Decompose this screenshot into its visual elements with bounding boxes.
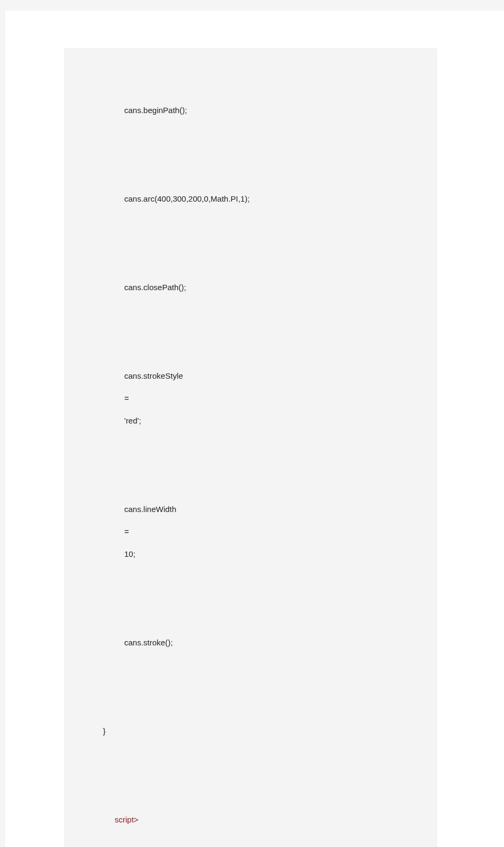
code-text: 10; — [124, 549, 135, 558]
code-line: cans.beginPath(); — [80, 93, 421, 127]
code-text: } — [103, 726, 106, 736]
code-text: = — [124, 527, 129, 536]
code-text: = — [124, 394, 129, 403]
code-text — [124, 538, 129, 547]
code-text: 'red'; — [124, 416, 141, 425]
code-line: } — [80, 714, 421, 748]
code-tag: script> — [115, 815, 139, 824]
code-line: cans.closePath(); — [80, 270, 421, 304]
code-text — [124, 382, 129, 391]
code-line: cans.stroke(); — [80, 626, 421, 659]
code-block: cans.beginPath(); cans.arc(400,300,200,0… — [64, 48, 437, 847]
code-line: script> — [80, 803, 421, 836]
code-text: cans.lineWidth — [124, 505, 177, 514]
code-line: cans.arc(400,300,200,0,Math.PI,1); — [80, 182, 421, 215]
code-line: cans.lineWidth = 10; — [80, 492, 421, 571]
document-page: cans.beginPath(); cans.arc(400,300,200,0… — [5, 11, 504, 847]
code-line: cans.strokeStyle = 'red'; — [80, 359, 421, 437]
code-text — [124, 516, 129, 525]
code-text: cans.arc(400,300,200,0,Math.PI,1); — [124, 194, 250, 203]
code-text: cans.beginPath(); — [124, 106, 187, 115]
code-text — [124, 405, 129, 414]
code-text: cans.closePath(); — [124, 283, 186, 292]
code-text: cans.stroke(); — [124, 638, 173, 647]
code-text: cans.strokeStyle — [124, 371, 183, 380]
